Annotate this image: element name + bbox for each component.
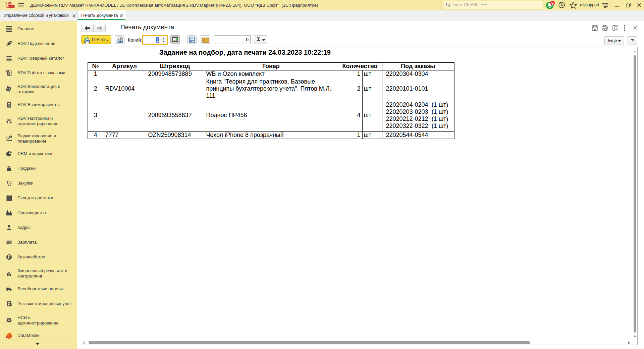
svg-text:9: 9 — [551, 1, 554, 6]
